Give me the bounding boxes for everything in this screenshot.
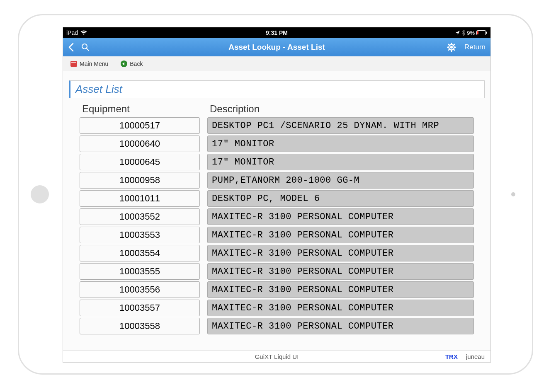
- svg-line-4: [87, 48, 89, 51]
- description-cell[interactable]: DESKTOP PC1 /SCENARIO 25 DYNAM. WITH MRP: [207, 117, 474, 134]
- search-icon[interactable]: [81, 43, 90, 51]
- equipment-cell[interactable]: 10003552: [80, 208, 200, 225]
- back-chevron-icon[interactable]: [68, 43, 74, 52]
- description-cell[interactable]: PUMP,ETANORM 200-1000 GG-M: [207, 172, 474, 189]
- back-icon: [121, 60, 127, 67]
- equipment-cell[interactable]: 10000645: [80, 154, 200, 170]
- carrier-label: iPad: [66, 29, 78, 36]
- equipment-cell[interactable]: 10001011: [80, 190, 200, 207]
- navigation-bar: Asset Lookup - Asset List Return: [63, 38, 490, 56]
- description-cell[interactable]: 17" MONITOR: [207, 136, 474, 152]
- equipment-cell[interactable]: 10003556: [80, 281, 200, 298]
- status-bar: iPad 9:31 PM 9%: [63, 27, 490, 38]
- camera-dot: [511, 192, 515, 196]
- description-cell[interactable]: MAXITEC-R 3100 PERSONAL COMPUTER: [207, 281, 474, 298]
- equipment-cell[interactable]: 10003557: [80, 300, 200, 316]
- description-cell[interactable]: DESKTOP PC, MODEL 6: [207, 190, 474, 207]
- back-label: Back: [130, 60, 143, 67]
- main-menu-label: Main Menu: [80, 60, 108, 67]
- description-cell[interactable]: MAXITEC-R 3100 PERSONAL COMPUTER: [207, 208, 474, 225]
- equipment-cell[interactable]: 10003555: [80, 263, 200, 280]
- description-cell[interactable]: MAXITEC-R 3100 PERSONAL COMPUTER: [207, 318, 474, 334]
- page-title: Asset Lookup - Asset List: [228, 43, 325, 52]
- svg-point-5: [450, 46, 453, 48]
- wifi-icon: [80, 30, 87, 35]
- svg-rect-1: [486, 32, 487, 34]
- screen: iPad 9:31 PM 9%: [63, 27, 491, 363]
- description-cell[interactable]: MAXITEC-R 3100 PERSONAL COMPUTER: [207, 245, 474, 261]
- column-header-equipment: Equipment: [80, 102, 200, 117]
- footer-bar: GuiXT Liquid UI TRX juneau: [63, 351, 490, 362]
- section-header: Asset List: [69, 80, 485, 98]
- ipad-frame: iPad 9:31 PM 9%: [18, 14, 533, 375]
- svg-point-3: [82, 44, 87, 49]
- section-title: Asset List: [75, 83, 479, 96]
- main-menu-icon: [70, 61, 77, 67]
- equipment-cell[interactable]: 10003553: [80, 227, 200, 243]
- equipment-cell[interactable]: 10003554: [80, 245, 200, 261]
- location-icon: [455, 30, 460, 35]
- clock: 9:31 PM: [266, 29, 288, 36]
- battery-percent: 9%: [467, 30, 475, 36]
- content-area: Asset List Equipment 1000051710000640100…: [63, 71, 490, 351]
- trx-button[interactable]: TRX: [445, 353, 458, 360]
- home-button[interactable]: [31, 185, 49, 203]
- server-label: juneau: [466, 353, 485, 360]
- description-cell[interactable]: MAXITEC-R 3100 PERSONAL COMPUTER: [207, 227, 474, 243]
- description-cell[interactable]: 17" MONITOR: [207, 154, 474, 170]
- back-button[interactable]: Back: [121, 60, 143, 67]
- column-header-description: Description: [207, 102, 474, 117]
- equipment-cell[interactable]: 10000517: [80, 117, 200, 134]
- return-button[interactable]: Return: [464, 43, 485, 51]
- description-cell[interactable]: MAXITEC-R 3100 PERSONAL COMPUTER: [207, 300, 474, 316]
- main-menu-button[interactable]: Main Menu: [70, 60, 108, 67]
- equipment-cell[interactable]: 10000640: [80, 136, 200, 152]
- battery-icon: [476, 30, 487, 35]
- bluetooth-icon: [462, 30, 465, 36]
- toolbar: Main Menu Back: [63, 56, 490, 71]
- app-name-label: GuiXT Liquid UI: [255, 353, 299, 360]
- description-cell[interactable]: MAXITEC-R 3100 PERSONAL COMPUTER: [207, 263, 474, 280]
- gear-icon[interactable]: [447, 43, 456, 52]
- equipment-cell[interactable]: 10000958: [80, 172, 200, 189]
- equipment-cell[interactable]: 10003558: [80, 318, 200, 334]
- svg-rect-2: [477, 31, 478, 34]
